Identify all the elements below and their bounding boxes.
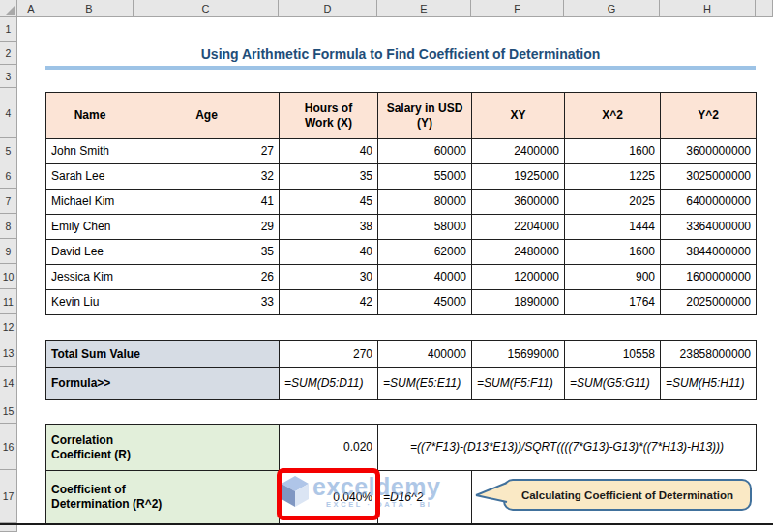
column-header-g[interactable]: G: [564, 0, 660, 17]
callout-shape[interactable]: Calculating Coefficient of Determination: [503, 479, 752, 511]
column-header-a[interactable]: A: [17, 0, 45, 17]
cell[interactable]: 1444: [565, 215, 661, 240]
cell[interactable]: 41: [134, 190, 280, 215]
cell[interactable]: 3600000: [472, 190, 565, 215]
cell[interactable]: 38: [280, 215, 378, 240]
cell[interactable]: 40: [280, 139, 378, 164]
row-header-2[interactable]: 2: [0, 42, 17, 65]
header-cell-x2[interactable]: X^2: [565, 93, 661, 139]
cell[interactable]: Jessica Kim: [46, 265, 134, 290]
cell[interactable]: 40000: [378, 265, 472, 290]
cell[interactable]: 1600: [565, 240, 661, 265]
header-cell-age[interactable]: Age: [134, 93, 280, 139]
determination-label-cell[interactable]: Coefficient of Determination (R^2): [46, 471, 280, 524]
correlation-formula-cell[interactable]: =((7*F13)-(D13*E13))/SQRT((((7*G13)-G13)…: [378, 425, 757, 471]
column-header-b[interactable]: B: [45, 0, 134, 17]
cell[interactable]: 3844000000: [661, 240, 757, 265]
cell[interactable]: 900: [565, 265, 661, 290]
cell[interactable]: 60000: [378, 139, 472, 164]
cell[interactable]: 1225: [565, 164, 661, 190]
cell[interactable]: 3025000000: [661, 164, 757, 190]
formula-cell[interactable]: =SUM(D5:D11): [280, 368, 378, 400]
sum-value-cell[interactable]: 15699000: [472, 341, 565, 368]
cell[interactable]: Sarah Lee: [46, 164, 134, 190]
row-header-10[interactable]: 10: [0, 264, 17, 289]
column-header-h[interactable]: H: [660, 0, 756, 17]
cell[interactable]: 26: [134, 265, 280, 290]
cell[interactable]: 1925000: [472, 164, 565, 190]
row-header-3[interactable]: 3: [0, 65, 17, 88]
row-header-8[interactable]: 8: [0, 214, 17, 239]
cell[interactable]: 62000: [378, 240, 472, 265]
cell[interactable]: Emily Chen: [46, 215, 134, 240]
formula-label-cell[interactable]: Formula>>: [46, 368, 280, 400]
sum-value-cell[interactable]: 23858000000: [661, 341, 757, 368]
row-header-6[interactable]: 6: [0, 163, 17, 189]
cell[interactable]: 29: [134, 215, 280, 240]
cell[interactable]: 80000: [378, 190, 472, 215]
cell[interactable]: 35: [280, 164, 378, 190]
row-header-11[interactable]: 11: [0, 289, 17, 314]
cell[interactable]: 35: [134, 240, 280, 265]
cell[interactable]: 3600000000: [661, 139, 757, 164]
cell[interactable]: 6400000000: [661, 190, 757, 215]
cell[interactable]: 2480000: [472, 240, 565, 265]
sum-value-cell[interactable]: 270: [280, 341, 378, 368]
sum-value-cell[interactable]: 400000: [378, 341, 472, 368]
cell[interactable]: Kevin Liu: [46, 290, 134, 315]
formula-cell[interactable]: =SUM(E5:E11): [378, 368, 472, 400]
row-header-17[interactable]: 17: [0, 470, 17, 523]
header-cell-salary[interactable]: Salary in USD (Y): [378, 93, 472, 139]
select-all-corner[interactable]: [0, 0, 17, 17]
correlation-value-cell[interactable]: 0.020: [280, 425, 378, 471]
cell[interactable]: 45000: [378, 290, 472, 315]
header-cell-hours[interactable]: Hours of Work (X): [280, 93, 378, 139]
cell[interactable]: 42: [280, 290, 378, 315]
row-header-5[interactable]: 5: [0, 138, 17, 163]
column-header-d[interactable]: D: [279, 0, 377, 17]
row-header-12[interactable]: 12: [0, 314, 17, 340]
sum-label-cell[interactable]: Total Sum Value: [46, 341, 280, 368]
cell[interactable]: 33: [134, 290, 280, 315]
row-header-13[interactable]: 13: [0, 340, 17, 367]
cell[interactable]: Michael Kim: [46, 190, 134, 215]
cell[interactable]: 2400000: [472, 139, 565, 164]
cell[interactable]: 1764: [565, 290, 661, 315]
sheet-title[interactable]: Using Arithmetic Formula to Find Coeffic…: [45, 46, 756, 62]
cell[interactable]: 2025: [565, 190, 661, 215]
cell[interactable]: 3364000000: [661, 215, 757, 240]
column-header-e[interactable]: E: [377, 0, 471, 17]
cell[interactable]: 1600000000: [661, 265, 757, 290]
cell[interactable]: 58000: [378, 215, 472, 240]
row-header-7[interactable]: 7: [0, 189, 17, 214]
sum-value-cell[interactable]: 10558: [565, 341, 661, 368]
row-header-16[interactable]: 16: [0, 424, 17, 470]
cell[interactable]: 30: [280, 265, 378, 290]
row-header-4[interactable]: 4: [0, 88, 17, 138]
row-header-9[interactable]: 9: [0, 239, 17, 264]
cell[interactable]: 1890000: [472, 290, 565, 315]
correlation-label-cell[interactable]: Correlation Coefficient (R): [46, 425, 280, 471]
cell[interactable]: 55000: [378, 164, 472, 190]
cell[interactable]: 1600: [565, 139, 661, 164]
header-cell-y2[interactable]: Y^2: [661, 93, 757, 139]
row-header-1[interactable]: 1: [0, 17, 17, 42]
cell[interactable]: David Lee: [46, 240, 134, 265]
cell[interactable]: 45: [280, 190, 378, 215]
column-header-partial[interactable]: [756, 0, 773, 17]
row-header-14[interactable]: 14: [0, 367, 17, 399]
cell[interactable]: 1200000: [472, 265, 565, 290]
cell[interactable]: John Smith: [46, 139, 134, 164]
cell[interactable]: 27: [134, 139, 280, 164]
formula-cell[interactable]: =SUM(F5:F11): [472, 368, 565, 400]
formula-cell[interactable]: =SUM(H5:H11): [661, 368, 757, 400]
header-cell-xy[interactable]: XY: [472, 93, 565, 139]
column-header-c[interactable]: C: [134, 0, 279, 17]
column-header-f[interactable]: F: [471, 0, 564, 17]
formula-cell[interactable]: =SUM(G5:G11): [565, 368, 661, 400]
header-cell-name[interactable]: Name: [46, 93, 134, 139]
cell[interactable]: 40: [280, 240, 378, 265]
cell[interactable]: 2025000000: [661, 290, 757, 315]
cell[interactable]: 32: [134, 164, 280, 190]
cell[interactable]: 2204000: [472, 215, 565, 240]
